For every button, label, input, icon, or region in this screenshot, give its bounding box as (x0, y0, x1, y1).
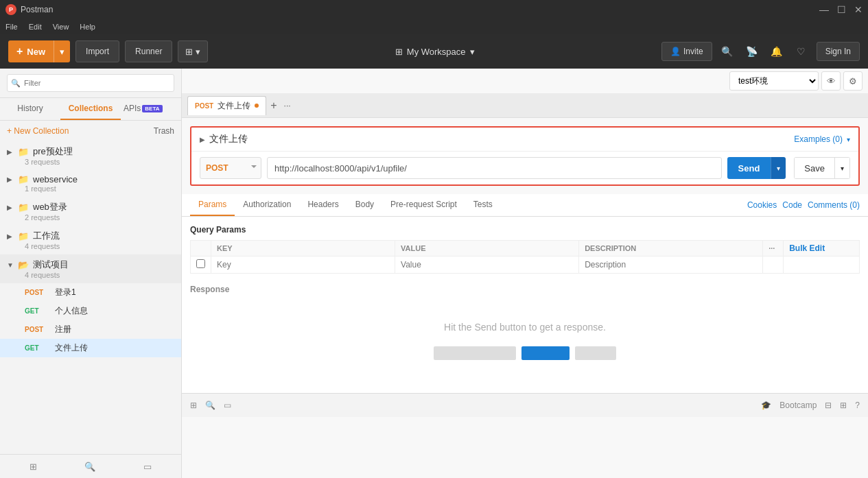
status-layout-btn[interactable]: ⊞ (190, 401, 197, 410)
workspace-button[interactable]: ⊞ My Workspace ▾ (395, 47, 475, 57)
new-button-arrow[interactable]: ▾ (54, 40, 70, 62)
tab-more-button[interactable]: ··· (281, 101, 294, 110)
app-icon: P (5, 4, 16, 15)
response-placeholder (434, 346, 616, 360)
close-btn[interactable]: ✕ (854, 4, 863, 15)
runner-button[interactable]: Runner (125, 40, 172, 62)
search-icon: 🔍 (11, 79, 21, 88)
save-button-arrow[interactable]: ▾ (835, 157, 850, 179)
collection-meta: 3 requests (25, 158, 174, 166)
env-settings-button[interactable]: ⚙ (843, 71, 863, 91)
examples-link[interactable]: Examples (0) (794, 134, 843, 144)
right-panel: test环境 👁 ⚙ POST 文件上传 + ··· ▶ 文件上传 Exampl… (182, 69, 868, 478)
tab-modified-dot (255, 104, 259, 108)
req-tab-body[interactable]: Body (347, 194, 382, 216)
comments-link[interactable]: Comments (0) (808, 200, 860, 210)
value-input[interactable] (401, 260, 573, 270)
new-button-main[interactable]: + New (8, 40, 54, 62)
collection-item[interactable]: ▶ 📁 pre预处理 3 requests (0, 141, 181, 170)
folder-icon: 📁 (18, 231, 29, 241)
status-layout-icon[interactable]: ⊟ (825, 401, 832, 410)
tab-file-upload[interactable]: POST 文件上传 (187, 96, 266, 115)
code-link[interactable]: Code (782, 200, 802, 210)
bell-icon-btn[interactable]: 🔔 (767, 42, 786, 61)
tab-history[interactable]: History (0, 98, 60, 120)
env-selector[interactable]: test环境 (729, 71, 819, 91)
env-eye-button[interactable]: 👁 (821, 71, 841, 91)
intercept-button[interactable]: ⊞ ▾ (178, 40, 208, 62)
collection-item[interactable]: ▶ 📁 web登录 2 requests (0, 197, 181, 226)
collection-item[interactable]: ▶ 📁 webservice 1 request (0, 170, 181, 197)
row-checkbox[interactable] (196, 259, 205, 268)
menu-view[interactable]: View (53, 23, 69, 31)
req-tab-pre-request[interactable]: Pre-request Script (382, 194, 465, 216)
import-button[interactable]: Import (75, 40, 119, 62)
col-checkbox (191, 241, 211, 256)
list-item[interactable]: GET 个人信息 (0, 302, 181, 320)
chevron-right-icon: ▶ (7, 176, 14, 183)
tab-name: 文件上传 (218, 100, 250, 112)
new-collection-button[interactable]: + New Collection (7, 126, 69, 136)
collection-item[interactable]: ▶ 📁 工作流 4 requests (0, 226, 181, 254)
invite-button[interactable]: 👤 Invite (661, 42, 712, 61)
req-tab-params[interactable]: Params (190, 194, 235, 216)
placeholder-bar-2 (521, 346, 570, 360)
description-input[interactable] (585, 260, 757, 270)
url-input[interactable] (267, 157, 722, 179)
send-button[interactable]: Send (727, 157, 771, 179)
trash-button[interactable]: Trash (154, 126, 174, 136)
menu-file[interactable]: File (5, 23, 18, 31)
placeholder-bar-1 (434, 346, 516, 360)
col-description: DESCRIPTION (579, 241, 763, 256)
status-split-icon[interactable]: ⊞ (840, 401, 847, 410)
bulk-edit-button[interactable]: Bulk Edit (789, 243, 825, 253)
method-badge: POST (25, 326, 49, 333)
maximize-btn[interactable]: ☐ (837, 4, 846, 15)
cookies-link[interactable]: Cookies (747, 200, 777, 210)
filter-input[interactable] (7, 74, 174, 92)
bottom-icon-terminal[interactable]: ▭ (143, 462, 152, 472)
list-item[interactable]: POST 注册 (0, 320, 181, 339)
status-terminal-btn[interactable]: ▭ (224, 401, 231, 410)
method-selector[interactable]: POST GET PUT DELETE (200, 157, 261, 179)
tab-method-badge: POST (195, 102, 213, 110)
new-button[interactable]: + New ▾ (8, 40, 70, 62)
minimize-btn[interactable]: — (819, 4, 829, 15)
save-button[interactable]: Save (794, 157, 835, 179)
heart-icon-btn[interactable]: ♡ (792, 42, 811, 61)
status-bar: ⊞ 🔍 ▭ 🎓 Bootcamp ⊟ ⊞ ? (182, 393, 868, 417)
method-badge: POST (25, 289, 49, 296)
query-params-section: Query Params KEY VALUE DESCRIPTION ··· B… (182, 217, 868, 279)
sign-in-button[interactable]: Sign In (817, 42, 860, 61)
tab-apis[interactable]: APIs BETA (121, 98, 181, 120)
collection-header: ▶ 📁 web登录 (7, 201, 174, 213)
menu-edit[interactable]: Edit (29, 23, 42, 31)
bottom-icon-layout[interactable]: ⊞ (30, 462, 37, 472)
bootcamp-label[interactable]: Bootcamp (779, 401, 817, 410)
tab-collections[interactable]: Collections (60, 98, 121, 120)
search-icon-btn[interactable]: 🔍 (718, 42, 737, 61)
col-more: ··· (763, 241, 784, 256)
key-input[interactable] (217, 260, 389, 270)
list-item[interactable]: POST 登录1 (0, 283, 181, 302)
collection-header: ▼ 📂 测试项目 (7, 259, 174, 271)
req-tab-authorization[interactable]: Authorization (235, 194, 299, 216)
request-area: ▶ 文件上传 Examples (0) ▾ POST GET PUT DELET… (190, 126, 860, 186)
req-tab-tests[interactable]: Tests (465, 194, 501, 216)
menu-help[interactable]: Help (80, 23, 95, 31)
collection-item[interactable]: ▼ 📂 测试项目 4 requests (0, 254, 181, 283)
status-bar-left: ⊞ 🔍 ▭ (190, 401, 231, 410)
env-bar: test环境 👁 ⚙ (182, 69, 868, 93)
method-badge: GET (25, 307, 49, 315)
tab-add-button[interactable]: + (268, 99, 279, 112)
request-tabs: Params Authorization Headers Body Pre-re… (182, 194, 868, 217)
col-bulk-edit[interactable]: Bulk Edit (784, 241, 860, 256)
send-button-arrow[interactable]: ▾ (771, 157, 786, 179)
satellite-icon-btn[interactable]: 📡 (742, 42, 762, 61)
req-tab-headers[interactable]: Headers (299, 194, 347, 216)
list-item[interactable]: GET 文件上传 (0, 339, 181, 357)
status-help-icon[interactable]: ? (855, 401, 860, 410)
bottom-icon-search[interactable]: 🔍 (84, 462, 95, 472)
request-row: POST GET PUT DELETE Send ▾ Save ▾ (191, 152, 858, 184)
status-search-btn[interactable]: 🔍 (205, 401, 215, 410)
